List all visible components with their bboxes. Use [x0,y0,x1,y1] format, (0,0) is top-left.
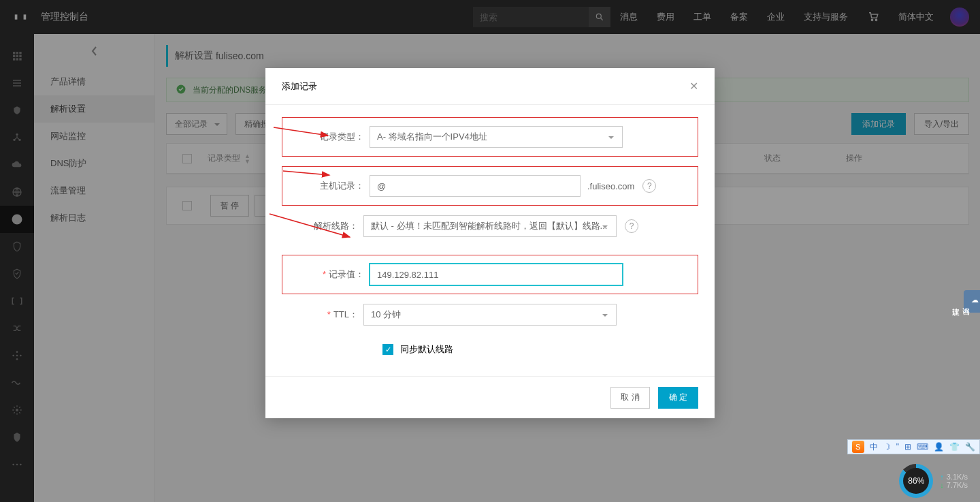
helper-cloud-icon: ☁ [971,296,980,304]
speed-down: 7.7K/s [947,481,968,489]
ime-tool-icon[interactable]: 🔧 [965,442,975,452]
input-host-record[interactable] [370,175,581,197]
ime-skin-icon[interactable]: 👕 [949,442,960,452]
label-record-value: *记录值： [288,268,370,281]
modal-header: 添加记录 ✕ [265,68,715,105]
down-arrow-icon: ↓ [940,481,944,489]
ime-user-icon[interactable]: 👤 [934,442,944,452]
helper-suggest[interactable]: 建议 [951,296,961,307]
speed-widget: 86% ↑3.1K/s ↓7.7K/s [899,464,968,498]
help-icon-line[interactable]: ? [625,219,638,233]
ime-lang[interactable]: 中 [870,441,878,453]
input-record-value[interactable] [370,264,623,285]
select-record-type[interactable]: A- 将域名指向一个IPV4地址 [370,126,623,148]
sync-line-label: 同步默认线路 [400,343,453,356]
ime-logo-icon: S [852,441,864,453]
label-host-record: 主机记录： [288,180,370,192]
right-helper[interactable]: ☁ 咨询 建议 [964,290,980,313]
modal-title: 添加记录 [282,80,317,93]
highlight-host-record: 主机记录： .fuliseo.com ? [282,166,698,206]
help-icon[interactable]: ? [642,179,656,193]
highlight-record-value: *记录值： [282,255,698,294]
speed-percent: 86% [903,468,929,494]
speed-ring: 86% [899,464,933,498]
close-icon[interactable]: ✕ [689,80,698,93]
ime-keyboard-icon[interactable]: ⌨ [917,442,928,452]
confirm-button[interactable]: 确 定 [658,387,698,409]
up-arrow-icon: ↑ [940,473,944,481]
domain-suffix: .fuliseo.com [587,181,634,191]
sync-line-checkbox[interactable]: ✓ [382,344,393,355]
label-line: 解析线路： [282,220,363,232]
helper-consult[interactable]: 咨询 [961,296,971,307]
speed-up: 3.1K/s [947,473,968,481]
label-ttl: *TTL： [282,309,363,321]
modal-footer: 取 消 确 定 [265,376,715,418]
cancel-button[interactable]: 取 消 [610,387,649,409]
ime-moon-icon[interactable]: ☽ [883,442,891,452]
add-record-modal: 添加记录 ✕ 记录类型： A- 将域名指向一个IPV4地址 主机记录： .ful… [265,68,715,418]
ime-grid-icon[interactable]: ⊞ [904,442,911,452]
ime-bar: S 中 ☽ " ⊞ ⌨ 👤 👕 🔧 [847,439,980,454]
highlight-record-type: 记录类型： A- 将域名指向一个IPV4地址 [282,117,698,157]
select-line[interactable]: 默认 - 必填！未匹配到智能解析线路时，返回【默认】线路... [363,215,617,237]
label-record-type: 记录类型： [288,131,370,143]
sync-line-row: ✓ 同步默认线路 [382,343,698,356]
select-ttl[interactable]: 10 分钟 [363,304,617,326]
modal-overlay: 添加记录 ✕ 记录类型： A- 将域名指向一个IPV4地址 主机记录： .ful… [0,0,980,502]
ime-dot-icon[interactable]: " [896,442,899,452]
